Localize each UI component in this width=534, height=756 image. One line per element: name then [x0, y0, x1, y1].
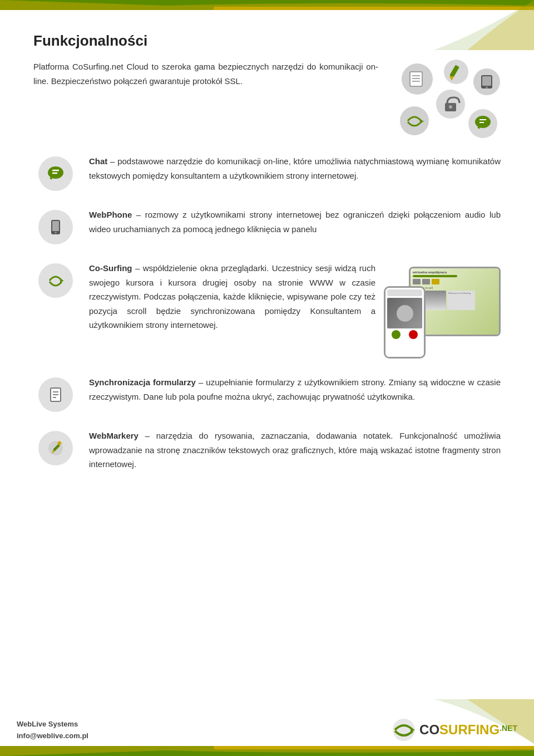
feature-chat-text: Chat – podstawowe narzędzie do komunikac…	[89, 154, 501, 183]
cosurfing-logo-icon	[392, 718, 416, 742]
phone-mock	[384, 286, 426, 359]
svg-point-11	[486, 86, 488, 89]
feature-cosurfing-text: Co-Surfing – współdzielenie okna przeglą…	[89, 261, 375, 332]
feature-forms-icon	[33, 377, 78, 412]
feature-webmarkery-icon	[33, 431, 78, 465]
feature-forms-text: Synchronizacja formularzy – uzupełnianie…	[89, 375, 501, 404]
svg-rect-10	[482, 76, 491, 86]
feature-cosurfing-dash: –	[135, 263, 143, 273]
svg-point-37	[58, 441, 61, 445]
feature-forms-dash: –	[199, 377, 206, 387]
svg-rect-1	[410, 72, 422, 86]
feature-webphone-dash: –	[136, 210, 145, 219]
footer: WebLive Systems info@weblive.com.pl COSU…	[0, 718, 534, 742]
main-content: Funkcjonalności Platforma CoSurfing.net …	[0, 10, 534, 544]
svg-marker-29	[60, 279, 64, 282]
feature-webphone-desc: rozmowy z użytkownikami strony interneto…	[89, 210, 501, 234]
feature-webphone-text: WebPhone – rozmowy z użytkownikami stron…	[89, 208, 501, 236]
device-mockup: wirtualna współpraca Easy way to sell	[384, 267, 501, 359]
feature-webphone: WebPhone – rozmowy z użytkownikami stron…	[33, 208, 501, 244]
logo-net: .NET	[500, 724, 517, 733]
feature-chat-title: Chat	[89, 156, 107, 166]
feature-forms-title: Synchronizacja formularzy	[89, 377, 196, 387]
top-bar	[0, 0, 534, 10]
intro-text: Platforma CoSurfing.net Cloud to szeroka…	[33, 60, 378, 88]
cosurfing-content: Co-Surfing – współdzielenie okna przeglą…	[89, 261, 501, 359]
logo-co: CO	[419, 722, 439, 737]
logo-text: COSURFING.NET	[419, 722, 517, 738]
feature-chat-desc: podstawowe narzędzie do komunikacji on-l…	[89, 156, 501, 180]
bottom-bar	[0, 746, 534, 756]
feature-webmarkery-dash: –	[145, 431, 156, 440]
svg-point-28	[55, 232, 57, 234]
feature-cosurfing: Co-Surfing – współdzielenie okna przeglą…	[33, 261, 501, 359]
footer-left: WebLive Systems info@weblive.com.pl	[17, 719, 88, 742]
svg-point-14	[449, 105, 452, 109]
feature-chat: Chat – podstawowe narzędzie do komunikac…	[33, 154, 501, 191]
feature-cosurfing-icon	[33, 263, 78, 298]
feature-forms: Synchronizacja formularzy – uzupełnianie…	[33, 375, 501, 412]
feature-webmarkery: WebMarkery – narzędzia do rysowania, zaz…	[33, 429, 501, 472]
feature-chat-dash: –	[110, 156, 117, 166]
feature-webmarkery-title: WebMarkery	[89, 431, 139, 440]
feature-chat-icon	[33, 156, 78, 191]
page-title: Funkcjonalności	[33, 32, 501, 50]
icons-cluster	[389, 60, 501, 138]
footer-company: WebLive Systems	[17, 719, 88, 730]
footer-logo: COSURFING.NET	[392, 718, 517, 742]
feature-webphone-icon	[33, 210, 78, 244]
svg-point-15	[400, 106, 429, 135]
feature-webphone-title: WebPhone	[89, 210, 132, 219]
logo-surfing: SURFING	[439, 722, 500, 737]
svg-rect-27	[52, 221, 59, 231]
feature-webmarkery-text: WebMarkery – narzędzia do rysowania, zaz…	[89, 429, 501, 472]
feature-cosurfing-desc: współdzielenie okna przeglądarki. Uczest…	[89, 263, 375, 330]
feature-cosurfing-title: Co-Surfing	[89, 263, 132, 273]
footer-email: info@weblive.com.pl	[17, 730, 88, 742]
intro-section: Platforma CoSurfing.net Cloud to szeroka…	[33, 60, 501, 138]
